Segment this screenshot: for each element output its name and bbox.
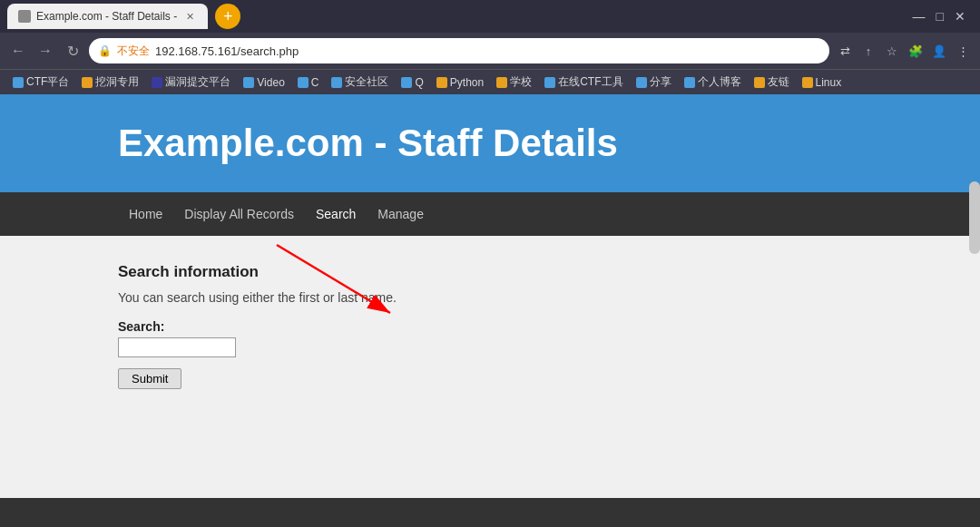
security-icon: 🔒 — [98, 44, 112, 57]
bookmark-label-ctf-tools: 在线CTF工具 — [558, 74, 622, 90]
new-tab-button[interactable]: + — [215, 4, 240, 29]
window-controls: — □ ✕ — [913, 9, 973, 24]
bookmark-icon-c — [298, 77, 309, 88]
page-footer — [0, 498, 980, 527]
page-title: Example.com - Staff Details — [118, 122, 862, 165]
bookmark-c[interactable]: C — [292, 74, 325, 91]
bookmark-label-python: Python — [450, 76, 484, 89]
page-content: Search information You can search using … — [0, 236, 980, 416]
extensions-icon[interactable]: 🧩 — [906, 41, 926, 61]
bookmark-blog[interactable]: 个人博客 — [679, 73, 747, 92]
bookmarks-bar: CTF平台 挖洞专用 漏洞提交平台 Video C 安全社区 Q Python — [0, 69, 980, 94]
back-button[interactable]: ← — [7, 40, 29, 62]
bookmark-q[interactable]: Q — [396, 74, 428, 91]
bookmark-icon-video — [243, 77, 254, 88]
bookmark-icon-python — [436, 77, 447, 88]
bookmark-label-security: 安全社区 — [345, 74, 388, 90]
tab-favicon — [18, 10, 31, 23]
scrollbar[interactable] — [969, 181, 980, 254]
bookmark-security[interactable]: 安全社区 — [326, 73, 394, 92]
bookmark-label-share: 分享 — [650, 74, 671, 90]
security-label: 不安全 — [117, 44, 150, 59]
address-bar-row: ← → ↻ 🔒 不安全 192.168.75.161/search.php ⇄ … — [0, 33, 980, 69]
section-title: Search information — [118, 263, 862, 281]
search-input[interactable] — [118, 337, 236, 357]
nav-home[interactable]: Home — [118, 192, 173, 236]
profile-icon[interactable]: 👤 — [929, 41, 949, 61]
toolbar-icons: ⇄ ↑ ☆ 🧩 👤 ⋮ — [835, 41, 973, 61]
bookmark-label-blog: 个人博客 — [698, 74, 741, 90]
bookmark-school[interactable]: 学校 — [491, 73, 537, 92]
bookmark-icon-friends — [754, 77, 765, 88]
bookmark-icon-ctf — [13, 77, 24, 88]
bookmark-label-linux: Linux — [816, 76, 842, 89]
bookmark-icon-school — [496, 77, 507, 88]
bookmark-label-ctf: CTF平台 — [26, 74, 69, 90]
bookmark-label-video: Video — [257, 76, 284, 89]
bookmark-label-q: Q — [415, 76, 423, 89]
bookmark-icon-share — [636, 77, 647, 88]
bookmark-icon[interactable]: ☆ — [882, 41, 902, 61]
bookmark-video[interactable]: Video — [238, 74, 289, 91]
section-description: You can search using either the first or… — [118, 290, 862, 305]
search-form: Search: Submit — [118, 319, 862, 389]
active-tab[interactable]: Example.com - Staff Details - ✕ — [7, 4, 208, 29]
bookmark-icon-ctf-tools — [544, 77, 555, 88]
reload-button[interactable]: ↻ — [62, 40, 83, 62]
maximize-button[interactable]: □ — [936, 9, 944, 24]
nav-display-all-records[interactable]: Display All Records — [173, 192, 305, 236]
url-display: 192.168.75.161/search.php — [155, 44, 299, 58]
bookmark-share[interactable]: 分享 — [631, 73, 677, 92]
bookmark-icon-blog — [684, 77, 695, 88]
nav-manage[interactable]: Manage — [367, 192, 435, 236]
minimize-button[interactable]: — — [913, 9, 926, 24]
new-tab-icon: + — [223, 7, 233, 26]
bookmark-label-c: C — [311, 76, 319, 89]
bookmark-icon-vuln — [152, 77, 162, 88]
bookmark-label-friends: 友链 — [768, 74, 789, 90]
bookmark-label-school: 学校 — [510, 74, 532, 90]
bookmark-ctf-tools[interactable]: 在线CTF工具 — [539, 73, 628, 92]
bookmark-linux[interactable]: Linux — [797, 74, 848, 91]
submit-button[interactable]: Submit — [118, 368, 181, 389]
tab-title: Example.com - Staff Details - — [36, 10, 177, 23]
tab-close-button[interactable]: ✕ — [182, 9, 197, 24]
close-button[interactable]: ✕ — [955, 9, 965, 24]
forward-button[interactable]: → — [34, 40, 56, 62]
menu-icon[interactable]: ⋮ — [953, 41, 973, 61]
page-header: Example.com - Staff Details — [0, 94, 980, 192]
bookmark-icon-linux — [802, 77, 813, 88]
bookmark-python[interactable]: Python — [431, 74, 489, 91]
bookmark-label-vuln: 漏洞提交平台 — [165, 74, 230, 90]
bookmark-friends[interactable]: 友链 — [749, 73, 795, 92]
bookmark-ctf[interactable]: CTF平台 — [7, 73, 74, 92]
tab-bar: Example.com - Staff Details - ✕ + — □ ✕ — [0, 0, 980, 33]
search-label: Search: — [118, 319, 862, 334]
bookmark-icon-q — [401, 77, 412, 88]
translate-icon[interactable]: ⇄ — [835, 41, 855, 61]
page-nav: Home Display All Records Search Manage — [0, 192, 980, 236]
bookmark-label-bugbounty: 挖洞专用 — [95, 74, 139, 90]
bookmark-bugbounty[interactable]: 挖洞专用 — [76, 73, 144, 92]
bookmark-vuln[interactable]: 漏洞提交平台 — [146, 73, 236, 92]
bookmark-icon-bugbounty — [82, 77, 93, 88]
nav-search[interactable]: Search — [305, 192, 367, 236]
share-icon[interactable]: ↑ — [858, 41, 878, 61]
address-bar[interactable]: 🔒 不安全 192.168.75.161/search.php — [89, 38, 829, 63]
bookmark-icon-security — [331, 77, 342, 88]
